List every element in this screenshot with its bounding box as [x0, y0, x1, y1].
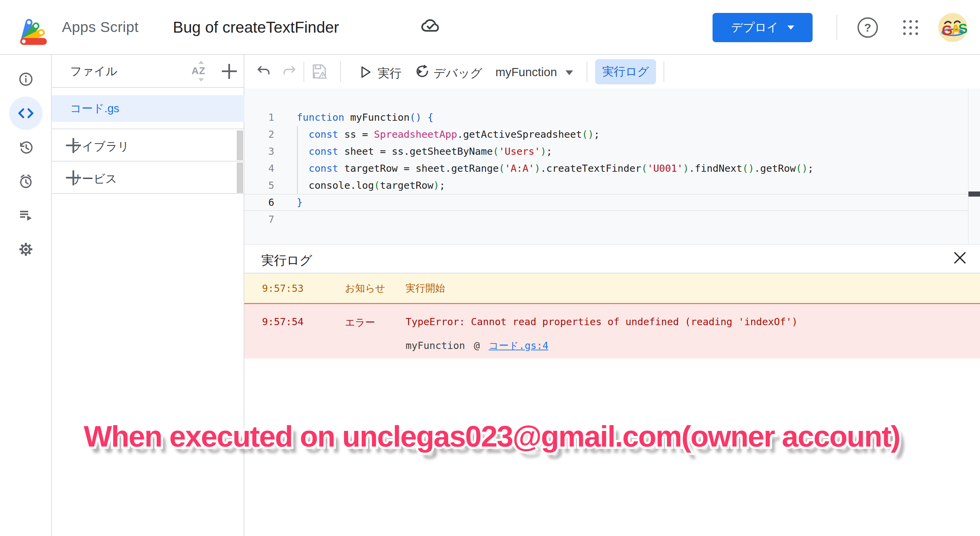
debug-button[interactable]: デバッグ	[434, 65, 482, 81]
line-number: 6	[244, 194, 274, 211]
editor-toolbar: 実行 デバッグ myFunction 実行ログ	[244, 55, 980, 89]
execution-log-panel: 実行ログ 9:57:53 お知らせ 実行開始 9:57:54 エラー TypeE…	[244, 244, 980, 536]
log-entry-error: 9:57:54 エラー TypeError: Cannot read prope…	[244, 303, 980, 358]
code-line[interactable]: 3 const sheet = ss.getSheetByName('Users…	[244, 143, 980, 160]
add-file-button[interactable]	[222, 64, 237, 79]
code-token: console.log	[297, 179, 374, 191]
log-message: 実行開始	[406, 282, 445, 295]
code-line-content[interactable]: }	[297, 194, 302, 211]
code-line-content[interactable]: function myFunction() {	[297, 109, 434, 126]
run-button[interactable]: 実行	[378, 65, 401, 81]
run-icon[interactable]	[359, 65, 373, 79]
code-token: }	[297, 197, 302, 208]
scrollbar-thumb[interactable]	[237, 131, 243, 160]
sidebar-item-triggers[interactable]	[8, 164, 43, 198]
code-line[interactable]: 4 const targetRow = sheet.getRange('A:A'…	[244, 160, 980, 177]
executions-icon	[17, 206, 35, 224]
alarm-clock-icon	[17, 173, 35, 190]
line-number: 4	[244, 160, 274, 177]
undo-button[interactable]	[256, 64, 272, 79]
sidebar-item-executions[interactable]	[8, 198, 43, 232]
add-service-button[interactable]	[66, 170, 81, 186]
stack-source-link[interactable]: コード.gs:4	[488, 340, 549, 351]
apps-grid-icon	[901, 18, 920, 37]
code-lines: 1 function myFunction() { 2 const ss = S…	[244, 109, 980, 228]
code-line[interactable]: 2 const ss = SpreadsheetApp.getActiveSpr…	[244, 126, 980, 143]
deploy-caret-icon	[788, 25, 794, 30]
account-avatar[interactable]: G A S	[938, 13, 967, 42]
libraries-section[interactable]: ライブラリ	[52, 128, 244, 162]
add-library-button[interactable]	[66, 138, 81, 153]
help-button[interactable]: ?	[858, 17, 878, 38]
sort-files-button[interactable]: AZ	[190, 60, 212, 82]
code-token: () {	[410, 111, 434, 123]
history-icon	[17, 138, 35, 156]
code-token: ()	[582, 128, 594, 140]
execution-log-toggle-label: 実行ログ	[602, 64, 649, 79]
execution-log-toggle[interactable]: 実行ログ	[595, 59, 656, 84]
code-line-content[interactable]: const targetRow = sheet.getRange('A:A').…	[297, 160, 814, 177]
line-number: 3	[244, 143, 274, 160]
line-number: 7	[244, 211, 274, 228]
deploy-button-label: デプロイ	[731, 20, 778, 35]
deploy-button[interactable]: デプロイ	[713, 13, 813, 42]
code-token: ()	[743, 163, 754, 174]
sidebar-item-editor[interactable]	[8, 96, 43, 130]
code-token: ss =	[338, 128, 374, 140]
code-token: targetRow = sheet.getRange	[338, 163, 498, 174]
debug-icon[interactable]	[414, 64, 430, 80]
line-number: 2	[244, 126, 274, 143]
file-item-selected[interactable]: コード.gs	[52, 95, 244, 122]
stack-at-symbol: @	[474, 340, 480, 351]
stack-function-name: myFunction	[406, 340, 465, 351]
function-selector[interactable]: myFunction	[495, 65, 557, 79]
sort-az-label: AZ	[192, 65, 205, 76]
execution-log-title: 実行ログ	[261, 252, 312, 269]
code-token: myFunction	[344, 111, 410, 123]
log-stack-line: myFunction@コード.gs:4	[406, 339, 798, 353]
files-panel: ファイル AZ コード.gs ライブラリ サービス	[52, 55, 244, 536]
log-entry-notice: 9:57:53 お知らせ 実行開始	[244, 273, 980, 303]
google-apps-grid-button[interactable]	[901, 18, 920, 37]
code-editor-icon	[16, 104, 35, 123]
drive-saved-cloud-icon	[419, 17, 441, 39]
sidebar-item-project-history[interactable]	[8, 130, 43, 164]
services-section[interactable]: サービス	[52, 162, 244, 194]
apps-script-editor-window: Apps Script Bug of createTextFinder デプロイ…	[0, 0, 980, 536]
code-token: 'Users'	[499, 146, 540, 157]
annotation-caption: When executed on unclegas023@gmail.com(o…	[84, 419, 900, 454]
code-editor[interactable]: 1 function myFunction() { 2 const ss = S…	[244, 89, 980, 244]
scrollbar-thumb[interactable]	[237, 163, 243, 193]
code-token	[297, 146, 309, 157]
line-number: 5	[244, 177, 274, 194]
code-token: 'U001'	[647, 163, 683, 174]
code-token: )	[683, 163, 689, 174]
code-token: )	[434, 179, 439, 191]
code-token: ;	[808, 163, 814, 174]
code-token	[297, 163, 309, 174]
redo-button[interactable]	[281, 64, 297, 79]
code-token: ;	[546, 146, 552, 157]
code-token: .createTextFinder	[540, 163, 641, 174]
log-level: お知らせ	[345, 282, 406, 295]
sidebar-item-overview[interactable]	[8, 62, 43, 96]
toolbar-divider	[587, 62, 587, 82]
code-line[interactable]: 1 function myFunction() {	[244, 109, 980, 126]
save-button-disabled[interactable]	[310, 62, 329, 81]
file-name: コード.gs	[70, 101, 119, 116]
project-title[interactable]: Bug of createTextFinder	[173, 18, 339, 36]
close-log-button[interactable]	[952, 250, 968, 266]
sidebar-item-settings[interactable]	[8, 232, 43, 266]
code-line[interactable]: 7	[244, 211, 980, 228]
code-token: const	[309, 163, 338, 174]
function-selector-caret-icon[interactable]	[566, 70, 573, 75]
code-token: (	[374, 179, 380, 191]
code-token: const	[309, 146, 338, 157]
code-line-content[interactable]: const ss = SpreadsheetApp.getActiveSprea…	[297, 126, 600, 143]
code-line-active[interactable]: 6 }	[244, 194, 980, 211]
files-panel-header: ファイル	[52, 55, 244, 88]
code-line-content[interactable]: console.log(targetRow);	[297, 177, 445, 194]
code-line[interactable]: 5 console.log(targetRow);	[244, 177, 980, 194]
code-line-content[interactable]: const sheet = ss.getSheetByName('Users')…	[297, 143, 552, 160]
code-token: (	[641, 163, 647, 174]
